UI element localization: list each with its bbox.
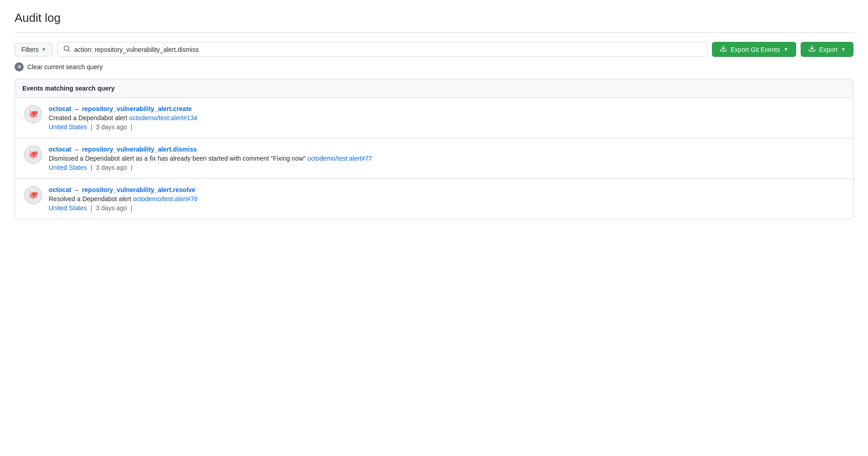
event-separator: | <box>91 123 92 131</box>
event-separator: | <box>91 204 92 212</box>
event-repo-link[interactable]: octodemo/test:alert#76 <box>133 195 197 203</box>
export-button[interactable]: Export ▼ <box>801 42 853 57</box>
search-icon <box>63 45 71 54</box>
event-user-link[interactable]: octocat <box>49 146 71 153</box>
event-location-link[interactable]: United States <box>49 123 87 131</box>
event-description: Resolved a Dependabot alert octodemo/tes… <box>49 195 844 203</box>
avatar: 🐙 <box>24 105 42 123</box>
event-time: 3 days ago <box>96 204 127 212</box>
event-dash: – <box>75 146 79 153</box>
event-title: octocat – repository_vulnerability_alert… <box>49 105 844 112</box>
event-separator-2: | <box>131 123 132 131</box>
chevron-down-icon: ▼ <box>784 47 788 52</box>
results-container: Events matching search query 🐙 octocat –… <box>15 79 853 219</box>
download-icon <box>808 45 816 54</box>
table-row: 🐙 octocat – repository_vulnerability_ale… <box>15 138 853 179</box>
avatar: 🐙 <box>24 186 42 204</box>
event-content: octocat – repository_vulnerability_alert… <box>49 186 844 212</box>
event-title: octocat – repository_vulnerability_alert… <box>49 146 844 153</box>
event-meta: United States | 3 days ago | <box>49 164 844 171</box>
svg-text:🐙: 🐙 <box>28 190 39 200</box>
chevron-down-icon: ▼ <box>41 47 46 52</box>
event-separator: | <box>91 164 92 171</box>
clear-query-bar: ✕ Clear current search query <box>15 62 853 71</box>
filters-button[interactable]: Filters ▼ <box>15 43 53 56</box>
event-location-link[interactable]: United States <box>49 204 87 212</box>
export-label: Export <box>819 46 838 53</box>
event-repo-link[interactable]: octodemo/test:alert#134 <box>129 114 197 122</box>
event-action-link[interactable]: repository_vulnerability_alert.create <box>82 105 192 112</box>
event-description: Created a Dependabot alert octodemo/test… <box>49 114 844 122</box>
svg-text:🐙: 🐙 <box>28 109 39 119</box>
download-icon <box>720 45 727 54</box>
event-description: Dismissed a Dependabot alert as a fix ha… <box>49 155 844 162</box>
results-header: Events matching search query <box>15 79 853 98</box>
header-divider <box>15 32 853 33</box>
event-title: octocat – repository_vulnerability_alert… <box>49 186 844 193</box>
close-icon: ✕ <box>17 65 21 70</box>
chevron-down-icon: ▼ <box>841 47 846 52</box>
export-git-label: Export Git Events <box>731 46 780 53</box>
avatar: 🐙 <box>24 146 42 164</box>
event-dash: – <box>75 105 79 112</box>
clear-query-label: Clear current search query <box>27 63 103 71</box>
export-git-events-button[interactable]: Export Git Events ▼ <box>712 42 796 57</box>
event-meta: United States | 3 days ago | <box>49 204 844 212</box>
search-wrapper <box>57 42 707 57</box>
event-repo-link[interactable]: octodemo/test:alert#77 <box>308 155 372 162</box>
toolbar: Filters ▼ Export Git Events ▼ Export ▼ <box>15 42 853 57</box>
event-content: octocat – repository_vulnerability_alert… <box>49 146 844 171</box>
event-user-link[interactable]: octocat <box>49 186 71 193</box>
clear-search-button[interactable]: ✕ <box>15 62 24 71</box>
table-row: 🐙 octocat – repository_vulnerability_ale… <box>15 98 853 138</box>
event-action-link[interactable]: repository_vulnerability_alert.resolve <box>82 186 195 193</box>
event-content: octocat – repository_vulnerability_alert… <box>49 105 844 131</box>
table-row: 🐙 octocat – repository_vulnerability_ale… <box>15 179 853 219</box>
page-title: Audit log <box>15 11 853 25</box>
event-meta: United States | 3 days ago | <box>49 123 844 131</box>
event-time: 3 days ago <box>96 123 127 131</box>
event-separator-2: | <box>131 164 132 171</box>
event-separator-2: | <box>131 204 132 212</box>
search-input[interactable] <box>74 46 701 53</box>
event-dash: – <box>75 186 79 193</box>
svg-text:🐙: 🐙 <box>28 149 39 159</box>
event-time: 3 days ago <box>96 164 127 171</box>
event-location-link[interactable]: United States <box>49 164 87 171</box>
event-user-link[interactable]: octocat <box>49 105 71 112</box>
event-action-link[interactable]: repository_vulnerability_alert.dismiss <box>82 146 197 153</box>
filters-label: Filters <box>21 46 39 53</box>
